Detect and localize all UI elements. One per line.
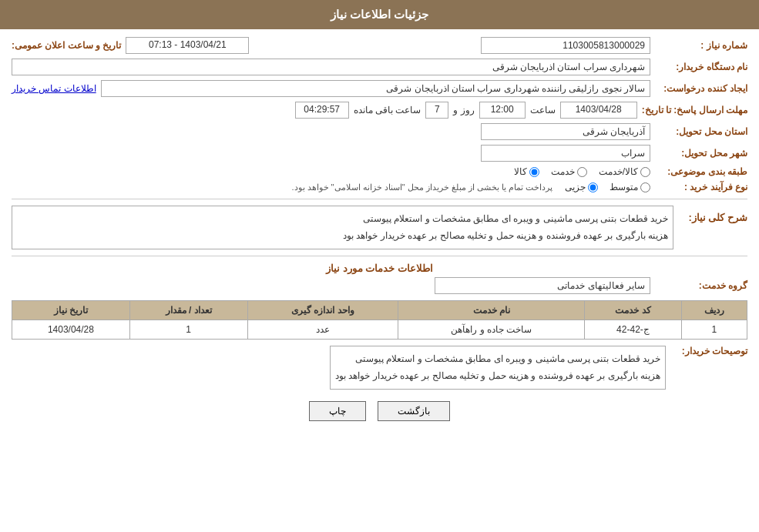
col-code: کد خدمت xyxy=(585,301,682,320)
sharh-label: شرح کلی نیاز: xyxy=(678,212,747,223)
ettelaat-link[interactable]: اطلاعات تماس خریدار xyxy=(12,83,96,94)
goroh-khedmat-value: سایر فعالیتهای خدماتی xyxy=(435,277,650,294)
divider-1 xyxy=(12,199,747,199)
radio-mottavasset-input[interactable] xyxy=(640,182,650,192)
divider-2 xyxy=(12,256,747,256)
shomara-niaz-value: 1103005813000029 xyxy=(481,37,650,54)
date-header-label: تاریخ و ساعت اعلان عمومی: xyxy=(12,40,121,51)
now-note: پرداخت تمام یا بخشی از مبلغ خریداز محل "… xyxy=(291,182,552,192)
services-table-section: ردیف کد خدمت نام خدمت واحد اندازه گیری ت… xyxy=(12,300,747,340)
page-title: جزئیات اطلاعات نیاز xyxy=(0,0,759,29)
col-unit: واحد اندازه گیری xyxy=(247,301,398,320)
date-header-value: 1403/04/21 - 07:13 xyxy=(126,37,249,54)
radio-mottavasset-label: متوسط xyxy=(610,182,638,192)
radio-kala-label: کالا xyxy=(514,166,527,177)
rooz-value: 7 xyxy=(425,102,448,119)
ijad-label: ایجاد کننده درخواست: xyxy=(655,83,747,94)
cell-unit: عدد xyxy=(247,320,398,340)
nam-dastgah-value: شهرداری سراب استان اذربایجان شرقی xyxy=(12,59,650,75)
sharh-box: خرید قطعات بتنی پرسی ماشینی و ویبره ای م… xyxy=(12,206,673,249)
shahr-label: شهر محل تحویل: xyxy=(655,148,747,159)
radio-jozyi-input[interactable] xyxy=(588,182,598,192)
back-button[interactable]: بازگشت xyxy=(378,401,450,421)
saat-value: 12:00 xyxy=(479,102,526,119)
cell-code: ج-42-42 xyxy=(585,320,682,340)
now-label: نوع فرآیند خرید : xyxy=(655,182,747,192)
table-row: 1ج-42-42ساخت جاده و راهآهنعدد11403/04/28 xyxy=(12,320,747,340)
goroh-khedmat-label: گروه خدمت: xyxy=(655,280,747,291)
radio-jozyi[interactable]: جزیی xyxy=(565,182,598,192)
print-button[interactable]: چاپ xyxy=(309,401,366,421)
saat-label: ساعت xyxy=(530,105,556,115)
baghimande-label: ساعت باقی مانده xyxy=(354,105,421,115)
rooz-label: روز و xyxy=(453,105,474,115)
cell-radif: 1 xyxy=(681,320,747,340)
ostan-label: استان محل تحویل: xyxy=(655,126,747,137)
nam-dastgah-label: نام دستگاه خریدار: xyxy=(655,62,747,72)
radio-khedmat[interactable]: خدمت xyxy=(551,166,587,177)
tosihaat-line2: هزینه بارگیری بر عهده فروشنده و هزینه حم… xyxy=(335,368,660,385)
date-main-value: 1403/04/28 xyxy=(560,102,637,119)
radio-kala-khedmat-label: کالا/خدمت xyxy=(599,166,638,177)
cell-date: 1403/04/28 xyxy=(12,320,130,340)
radio-kala-khedmat-input[interactable] xyxy=(640,167,650,177)
radio-khedmat-label: خدمت xyxy=(551,166,575,177)
baghimande-value: 04:29:57 xyxy=(295,102,349,119)
cell-name: ساخت جاده و راهآهن xyxy=(398,320,585,340)
mohlat-label: مهلت ارسال پاسخ: تا تاریخ: xyxy=(642,105,747,115)
col-name: نام خدمت xyxy=(398,301,585,320)
radio-kala[interactable]: کالا xyxy=(514,166,539,177)
radio-kala-input[interactable] xyxy=(529,167,539,177)
col-radif: ردیف xyxy=(681,301,747,320)
col-quantity: تعداد / مقدار xyxy=(129,301,247,320)
radio-jozyi-label: جزیی xyxy=(565,182,586,192)
col-date: تاریخ نیاز xyxy=(12,301,130,320)
radio-mottavasset[interactable]: متوسط xyxy=(610,182,650,192)
button-row: بازگشت چاپ xyxy=(12,401,747,421)
tosihaat-label: توصیحات خریدار: xyxy=(670,346,747,356)
radio-kala-khedmat[interactable]: کالا/خدمت xyxy=(599,166,650,177)
ettelaat-khadamat-title: اطلاعات خدمات مورد نیاز xyxy=(12,263,747,274)
sharh-line1: خرید قطعات بتنی پرسی ماشینی و ویبره ای م… xyxy=(17,211,668,228)
cell-quantity: 1 xyxy=(129,320,247,340)
shomara-niaz-label: شماره نیاز : xyxy=(655,40,747,51)
sharh-line2: هزینه بارگیری بر عهده فروشنده و هزینه حم… xyxy=(17,228,668,245)
radio-khedmat-input[interactable] xyxy=(577,167,587,177)
ijad-value: سالار نجوی رازلیقی رانننده شهرداری سراب … xyxy=(101,80,650,97)
services-table: ردیف کد خدمت نام خدمت واحد اندازه گیری ت… xyxy=(12,300,747,340)
tosihaat-box: خرید قطعات بتنی پرسی ماشینی و ویبره ای م… xyxy=(330,346,666,390)
shahr-value: سراب xyxy=(481,145,650,162)
tabaqe-label: طبقه بندی موضوعی: xyxy=(655,166,747,177)
tosihaat-line1: خرید قطعات بتنی پرسی ماشینی و ویبره ای م… xyxy=(335,351,660,368)
ostan-value: آذربایجان شرقی xyxy=(481,123,650,140)
